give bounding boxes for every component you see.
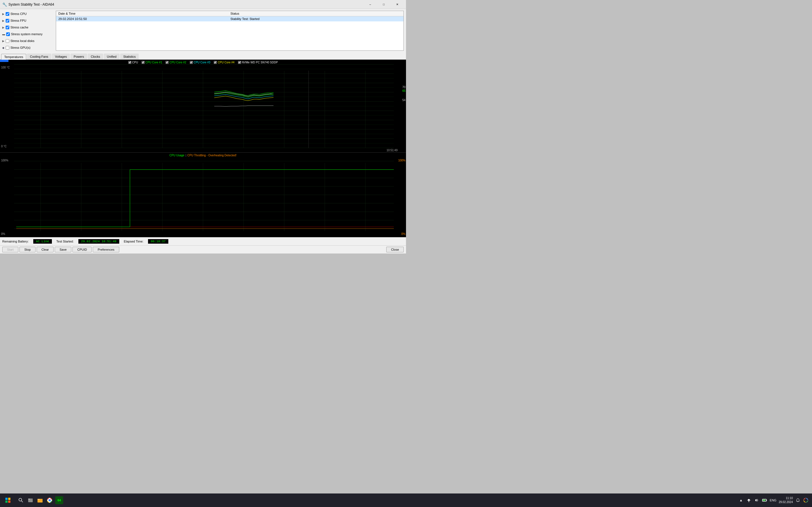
status-table: Date & Time Status 29.02.2024 10:51:50 S… bbox=[56, 11, 403, 21]
col-status: Status bbox=[228, 11, 403, 16]
legend-core4-checkbox[interactable] bbox=[214, 61, 217, 64]
cpu-usage-label: CPU Usage bbox=[169, 154, 185, 157]
legend-nvme-label: NVMe WD PC SN740 SDDP bbox=[242, 61, 278, 64]
stress-item-cache: ▶ Stress cache bbox=[2, 24, 53, 31]
legend-nvme-checkbox[interactable] bbox=[238, 61, 241, 64]
legend-core2-label: CPU Core #2 bbox=[169, 61, 186, 64]
start-button[interactable]: Start bbox=[2, 247, 18, 252]
tab-powers[interactable]: Powers bbox=[70, 54, 87, 59]
cpu-small-icon: ▶ bbox=[2, 12, 4, 15]
stress-cache-label: Stress cache bbox=[10, 25, 29, 29]
elapsed-value: 00:18:37 bbox=[148, 239, 168, 244]
preferences-button[interactable]: Preferences bbox=[93, 247, 119, 252]
tab-statistics[interactable]: Statistics bbox=[120, 54, 139, 59]
status-row: 29.02.2024 10:51:50 Stability Test: Star… bbox=[56, 16, 403, 22]
cpu-chart-legend: CPU Usage | CPU Throttling - Overheating… bbox=[169, 154, 237, 157]
clear-button[interactable]: Clear bbox=[37, 247, 54, 252]
legend-cpu-label: CPU bbox=[132, 61, 138, 64]
temp-chart-svg bbox=[0, 60, 406, 152]
stress-gpu-checkbox[interactable] bbox=[6, 46, 9, 50]
status-datetime: 29.02.2024 10:51:50 bbox=[56, 16, 228, 22]
legend-core1-checkbox[interactable] bbox=[142, 61, 145, 64]
legend-nvme: NVMe WD PC SN740 SDDP bbox=[238, 61, 278, 64]
stress-disks-checkbox[interactable] bbox=[6, 39, 9, 43]
stress-item-disks: ▶ Stress local disks bbox=[2, 38, 53, 44]
window-close-button[interactable]: ✕ bbox=[391, 0, 404, 9]
cpuid-button[interactable]: CPUID bbox=[72, 247, 92, 252]
charts-area: CPU CPU Core #1 CPU Core #2 CPU Core #3 bbox=[0, 60, 406, 237]
fpu-small-icon: ▶ bbox=[2, 19, 4, 22]
status-table-container: Date & Time Status 29.02.2024 10:51:50 S… bbox=[56, 11, 404, 51]
tab-clocks[interactable]: Clocks bbox=[88, 54, 103, 59]
stress-cpu-checkbox[interactable] bbox=[6, 12, 9, 16]
battery-value: AC Line bbox=[33, 239, 52, 244]
memory-small-icon: ▬ bbox=[2, 33, 5, 36]
maximize-button[interactable]: □ bbox=[377, 0, 390, 9]
legend-core4-label: CPU Core #4 bbox=[218, 61, 234, 64]
stress-item-cpu: ▶ Stress CPU bbox=[2, 11, 53, 17]
tab-cooling-fans[interactable]: Cooling Fans bbox=[27, 54, 51, 59]
cpu-chart-container: CPU Usage | CPU Throttling - Overheating… bbox=[0, 152, 406, 237]
legend-core3-label: CPU Core #3 bbox=[194, 61, 210, 64]
status-text: Stability Test: Started bbox=[228, 16, 403, 22]
temp-chart-container: CPU CPU Core #1 CPU Core #2 CPU Core #3 bbox=[0, 60, 406, 152]
temp-chart-legend: CPU CPU Core #1 CPU Core #2 CPU Core #3 bbox=[0, 61, 406, 64]
minimize-button[interactable]: – bbox=[364, 0, 377, 9]
tabs-bar: Temperatures Cooling Fans Voltages Power… bbox=[0, 52, 406, 60]
stress-memory-checkbox[interactable] bbox=[6, 33, 10, 36]
test-started-label: Test Started: bbox=[56, 240, 74, 243]
stress-item-gpu: ◆ Stress GPU(s) bbox=[2, 45, 53, 51]
stress-fpu-checkbox[interactable] bbox=[6, 19, 9, 22]
legend-cpu-checkbox[interactable] bbox=[128, 61, 132, 64]
stop-button[interactable]: Stop bbox=[19, 247, 36, 252]
test-started-value: 29.02.2024 10:51:49 bbox=[79, 239, 119, 244]
cpu-separator: | bbox=[186, 154, 186, 157]
elapsed-label: Elapsed Time: bbox=[124, 240, 144, 243]
legend-core2-checkbox[interactable] bbox=[165, 61, 168, 64]
battery-label: Remaining Battery: bbox=[2, 240, 29, 243]
cpu-throttle-label: CPU Throttling - Overheating Detected! bbox=[188, 154, 237, 157]
disk-small-icon: ▶ bbox=[2, 40, 4, 43]
legend-core3: CPU Core #3 bbox=[190, 61, 210, 64]
window-controls: – □ ✕ bbox=[364, 0, 404, 9]
tab-voltages[interactable]: Voltages bbox=[52, 54, 70, 59]
legend-core4: CPU Core #4 bbox=[214, 61, 234, 64]
title-bar-text: System Stability Test - AIDA64 bbox=[8, 3, 364, 6]
action-bar: Start Stop Clear Save CPUID Preferences … bbox=[0, 245, 406, 253]
legend-core1-label: CPU Core #1 bbox=[146, 61, 162, 64]
stress-item-fpu: ▶ Stress FPU bbox=[2, 17, 53, 24]
tab-temperatures[interactable]: Temperatures bbox=[1, 54, 26, 60]
stress-cpu-label: Stress CPU bbox=[10, 12, 27, 15]
stress-cache-checkbox[interactable] bbox=[6, 25, 9, 29]
stress-gpu-label: Stress GPU(s) bbox=[10, 46, 31, 49]
top-section: ▶ Stress CPU ▶ Stress FPU ▶ Stress cache… bbox=[0, 9, 406, 52]
stress-disks-label: Stress local disks bbox=[10, 39, 35, 43]
stress-memory-label: Stress system memory bbox=[11, 33, 43, 36]
col-datetime: Date & Time bbox=[56, 11, 228, 16]
stress-options: ▶ Stress CPU ▶ Stress FPU ▶ Stress cache… bbox=[2, 11, 53, 51]
tab-unified[interactable]: Unified bbox=[104, 54, 119, 59]
gpu-small-icon: ◆ bbox=[2, 46, 4, 49]
legend-core3-checkbox[interactable] bbox=[190, 61, 193, 64]
cache-small-icon: ▶ bbox=[2, 26, 4, 29]
cpu-chart-svg bbox=[0, 153, 406, 237]
main-content: ▶ Stress CPU ▶ Stress FPU ▶ Stress cache… bbox=[0, 9, 406, 253]
save-button[interactable]: Save bbox=[55, 247, 71, 252]
legend-core1: CPU Core #1 bbox=[142, 61, 162, 64]
stress-fpu-label: Stress FPU bbox=[10, 19, 26, 22]
close-button[interactable]: Close bbox=[386, 247, 404, 252]
title-bar: 🔧 System Stability Test - AIDA64 – □ ✕ bbox=[0, 0, 406, 9]
stress-item-memory: ▬ Stress system memory bbox=[2, 31, 53, 37]
legend-core2: CPU Core #2 bbox=[165, 61, 186, 64]
app-icon: 🔧 bbox=[2, 2, 7, 7]
app-window: 🔧 System Stability Test - AIDA64 – □ ✕ ▶… bbox=[0, 0, 406, 253]
legend-cpu: CPU bbox=[128, 61, 138, 64]
info-bar: Remaining Battery: AC Line Test Started:… bbox=[0, 237, 406, 245]
